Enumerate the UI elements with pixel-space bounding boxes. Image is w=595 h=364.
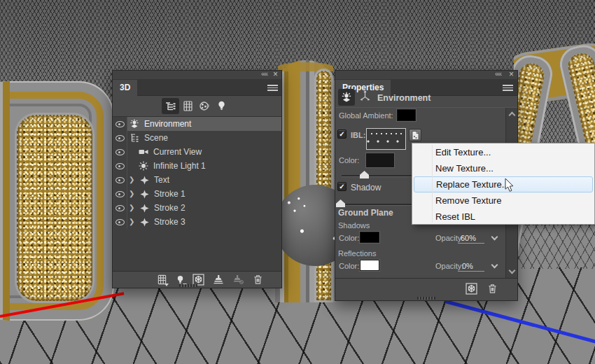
mesh-star-icon [139, 175, 150, 186]
3d-filter-row [113, 96, 281, 116]
coordinates-icon[interactable] [358, 90, 372, 103]
bg-3d-letter-left [0, 81, 114, 321]
expand-chevron-icon[interactable]: ❯ [129, 173, 135, 187]
collapse-panel-icon[interactable]: «« [495, 70, 501, 78]
scroll-down-icon[interactable] [509, 267, 516, 274]
opacity-underline [458, 271, 484, 272]
reflections-opacity-value[interactable]: 0% [462, 262, 473, 270]
filter-meshes-icon[interactable] [179, 98, 197, 114]
delete-icon[interactable] [487, 284, 498, 294]
softness-slider-thumb[interactable] [336, 200, 345, 207]
list-item-scene[interactable]: Scene [113, 131, 281, 145]
letter-glitter-face [17, 115, 92, 301]
global-ambient-label: Global Ambient: [339, 111, 393, 120]
close-panel-icon[interactable]: × [509, 69, 514, 79]
panel-resize-handle[interactable] [417, 297, 435, 300]
new-mesh-icon[interactable] [157, 274, 167, 285]
panel-menu-icon[interactable] [503, 85, 513, 91]
list-item-label: Text [154, 175, 169, 185]
menu-item-remove-texture[interactable]: Remove Texture [412, 192, 594, 209]
bg-3d-letter-middle [275, 60, 336, 302]
3d-panel-tabs: 3D [113, 80, 281, 96]
menu-item-replace-texture[interactable]: Replace Texture... [414, 176, 593, 192]
3d-panel-header: «« × [113, 71, 281, 80]
close-panel-icon[interactable]: × [273, 69, 278, 79]
new-light-icon[interactable] [175, 274, 186, 285]
ibl-color-swatch[interactable] [366, 153, 394, 167]
opacity-underline [458, 243, 484, 244]
menu-item-new-texture[interactable]: New Texture... [412, 160, 594, 176]
list-item-infinite-light[interactable]: Infinite Light 1 [113, 159, 281, 173]
shadow-label: Shadow [351, 183, 381, 192]
shadows-color-swatch[interactable] [360, 232, 379, 243]
shadows-section-label: Shadows [338, 221, 370, 230]
scene-tree-icon [129, 132, 140, 144]
list-item-label: Infinite Light 1 [153, 161, 206, 171]
reflections-section-label: Reflections [338, 249, 376, 258]
menu-item-reset-ibl[interactable]: Reset IBL [412, 209, 594, 225]
visibility-eye-icon[interactable] [113, 145, 127, 159]
list-item-environment[interactable]: Environment [113, 117, 281, 131]
3d-scene-list: Environment Scene Current View [113, 116, 281, 272]
list-item-label: Current View [153, 147, 202, 157]
global-ambient-color-swatch[interactable] [397, 109, 416, 121]
reflections-color-label: Color: [339, 262, 359, 270]
list-item-label: Stroke 3 [154, 217, 186, 227]
list-item-current-view[interactable]: Current View [113, 145, 281, 159]
texture-context-menu: Edit Texture... New Texture... Replace T… [412, 143, 595, 225]
expand-chevron-icon[interactable]: ❯ [129, 187, 135, 201]
3d-extras-icon[interactable] [465, 283, 477, 295]
visibility-eye-icon[interactable] [113, 201, 127, 215]
mesh-star-icon [139, 203, 150, 214]
visibility-eye-icon[interactable] [113, 215, 127, 229]
visibility-eye-icon[interactable] [113, 173, 127, 187]
collapse-panel-icon[interactable]: «« [261, 70, 267, 78]
visibility-eye-icon[interactable] [113, 117, 127, 131]
shadow-checkbox[interactable]: ✓ [337, 182, 346, 191]
ibl-color-label: Color: [339, 156, 359, 164]
letter-extrusion-stripes [0, 81, 10, 321]
scroll-up-icon[interactable] [509, 112, 516, 119]
delete-icon[interactable] [253, 274, 263, 285]
tab-3d[interactable]: 3D [113, 80, 137, 96]
list-item-stroke-3[interactable]: ❯ Stroke 3 [113, 215, 281, 229]
expand-chevron-icon[interactable]: ❯ [129, 215, 135, 229]
divider [335, 107, 517, 108]
visibility-eye-icon[interactable] [113, 159, 127, 173]
list-item-stroke-2[interactable]: ❯ Stroke 2 [113, 201, 281, 215]
panel-menu-icon[interactable] [267, 85, 278, 91]
list-item-text[interactable]: ❯ Text [113, 173, 281, 187]
visibility-eye-icon[interactable] [113, 187, 127, 201]
ibl-texture-swatch[interactable] [366, 128, 406, 150]
reflections-opacity-dropdown-icon[interactable] [491, 262, 498, 269]
reflections-opacity-label: Opacity: [435, 262, 463, 270]
list-item-label: Environment [144, 119, 191, 129]
shadows-color-label: Color: [339, 234, 359, 242]
mesh-star-icon [139, 217, 150, 227]
filter-materials-icon[interactable] [196, 98, 214, 114]
filter-scene-icon[interactable] [162, 98, 179, 114]
shadows-opacity-label: Opacity: [435, 234, 463, 242]
list-item-label: Stroke 1 [154, 189, 186, 199]
ibl-checkbox[interactable]: ✓ [337, 130, 346, 139]
panel-resize-handle[interactable] [179, 284, 197, 287]
list-item-label: Scene [144, 133, 168, 143]
reflections-color-swatch[interactable] [360, 260, 379, 271]
intensity-slider-thumb[interactable] [360, 171, 369, 178]
merge-3d-disabled-icon [232, 274, 244, 285]
ibl-label: IBL: [351, 131, 365, 139]
mesh-star-icon [139, 189, 150, 200]
environment-properties-icon[interactable] [338, 89, 355, 106]
shadows-opacity-value[interactable]: 60% [461, 234, 476, 242]
visibility-eye-icon[interactable] [113, 131, 127, 145]
filter-lights-icon[interactable] [213, 98, 230, 114]
ibl-texture-menu-button[interactable] [409, 129, 421, 141]
list-item-stroke-1[interactable]: ❯ Stroke 1 [113, 187, 281, 201]
photoshop-3d-viewport: «« × 3D [0, 0, 595, 364]
merge-3d-icon[interactable] [213, 274, 224, 285]
mouse-cursor [505, 178, 515, 193]
expand-chevron-icon[interactable]: ❯ [129, 201, 135, 215]
shadows-opacity-dropdown-icon[interactable] [491, 234, 498, 241]
properties-panel-header: «« × [335, 71, 517, 80]
menu-item-edit-texture[interactable]: Edit Texture... [412, 144, 594, 160]
